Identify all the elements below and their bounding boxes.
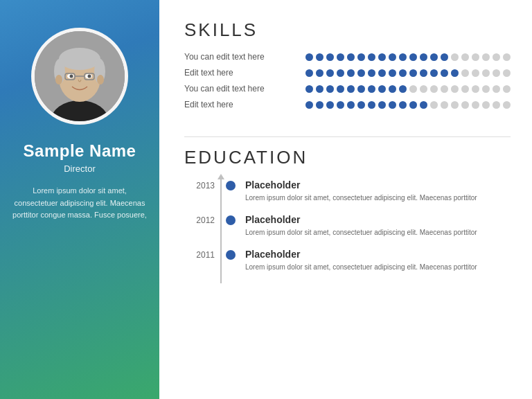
dot-filled bbox=[326, 85, 334, 93]
dot-empty bbox=[451, 53, 459, 61]
dot-filled bbox=[305, 85, 313, 93]
dot-empty bbox=[503, 53, 511, 61]
dot-empty bbox=[503, 85, 511, 93]
timeline-year-0: 2013 bbox=[184, 179, 215, 190]
right-panel: SKILLS You can edit text hereEdit text h… bbox=[159, 0, 532, 399]
dot-filled bbox=[326, 69, 334, 77]
dot-empty bbox=[503, 69, 511, 77]
dot-empty bbox=[472, 53, 479, 61]
dot-filled bbox=[357, 85, 365, 93]
skills-list: You can edit text hereEdit text hereYou … bbox=[184, 52, 511, 116]
dot-filled bbox=[337, 101, 344, 109]
timeline-heading-2: Placeholder bbox=[245, 249, 511, 260]
dot-empty bbox=[472, 69, 479, 77]
dot-filled bbox=[305, 53, 313, 61]
dot-empty bbox=[482, 101, 490, 109]
dot-filled bbox=[337, 85, 344, 93]
education-section-title: EDUCATION bbox=[184, 147, 511, 168]
dot-filled bbox=[337, 69, 344, 77]
dot-empty bbox=[472, 85, 479, 93]
dot-filled bbox=[357, 101, 365, 109]
dot-filled bbox=[399, 101, 407, 109]
timeline-item-0: 2013PlaceholderLorem ipsum dolor sit ame… bbox=[184, 179, 511, 203]
dot-empty bbox=[482, 69, 490, 77]
dot-filled bbox=[326, 101, 334, 109]
dot-filled bbox=[347, 101, 355, 109]
skill-row-2: You can edit text here bbox=[184, 84, 511, 94]
skill-label-1: Edit text here bbox=[184, 68, 305, 78]
dot-filled bbox=[389, 85, 396, 93]
dot-filled bbox=[326, 53, 334, 61]
dot-filled bbox=[368, 53, 375, 61]
skill-row-0: You can edit text here bbox=[184, 52, 511, 62]
dot-filled bbox=[451, 69, 459, 77]
dot-filled bbox=[347, 53, 355, 61]
section-divider bbox=[184, 136, 511, 137]
dot-empty bbox=[493, 101, 500, 109]
dot-empty bbox=[493, 53, 500, 61]
skill-dots-2 bbox=[305, 85, 511, 93]
dot-filled bbox=[399, 69, 407, 77]
person-name: Sample Name bbox=[24, 141, 136, 161]
timeline-heading-1: Placeholder bbox=[245, 214, 511, 225]
dot-filled bbox=[430, 69, 438, 77]
timeline-text-1: Lorem ipsum dolor sit amet, consectetuer… bbox=[245, 227, 511, 238]
svg-point-11 bbox=[70, 75, 73, 78]
svg-point-8 bbox=[97, 75, 104, 85]
timeline-heading-0: Placeholder bbox=[245, 179, 511, 190]
dot-filled bbox=[389, 53, 396, 61]
dot-empty bbox=[493, 85, 500, 93]
dot-empty bbox=[430, 85, 438, 93]
dot-filled bbox=[409, 69, 417, 77]
dot-filled bbox=[337, 53, 344, 61]
dot-empty bbox=[503, 101, 511, 109]
dot-filled bbox=[441, 53, 448, 61]
dot-empty bbox=[420, 85, 427, 93]
dot-empty bbox=[461, 53, 469, 61]
dot-filled bbox=[378, 85, 386, 93]
dot-filled bbox=[316, 69, 323, 77]
dot-filled bbox=[389, 101, 396, 109]
dot-filled bbox=[420, 53, 427, 61]
timeline-content-0: PlaceholderLorem ipsum dolor sit amet, c… bbox=[245, 179, 511, 203]
dot-empty bbox=[461, 85, 469, 93]
skill-row-1: Edit text here bbox=[184, 68, 511, 78]
dot-filled bbox=[368, 85, 375, 93]
skill-dots-0 bbox=[305, 53, 511, 61]
dot-empty bbox=[441, 85, 448, 93]
dot-filled bbox=[347, 85, 355, 93]
dot-filled bbox=[399, 85, 407, 93]
skill-label-2: You can edit text here bbox=[184, 84, 305, 94]
dot-filled bbox=[347, 69, 355, 77]
dot-empty bbox=[409, 85, 417, 93]
dot-filled bbox=[305, 101, 313, 109]
dot-filled bbox=[368, 101, 375, 109]
dot-filled bbox=[399, 53, 407, 61]
dot-filled bbox=[305, 69, 313, 77]
dot-filled bbox=[357, 53, 365, 61]
dot-filled bbox=[389, 69, 396, 77]
dot-filled bbox=[368, 69, 375, 77]
dot-empty bbox=[461, 69, 469, 77]
timeline-item-2: 2011PlaceholderLorem ipsum dolor sit ame… bbox=[184, 249, 511, 272]
timeline-year-2: 2011 bbox=[184, 249, 215, 260]
skill-label-0: You can edit text here bbox=[184, 52, 305, 62]
svg-point-4 bbox=[59, 48, 100, 70]
dot-filled bbox=[409, 101, 417, 109]
dot-empty bbox=[441, 101, 448, 109]
avatar bbox=[31, 28, 128, 125]
dot-empty bbox=[451, 101, 459, 109]
timeline-year-1: 2012 bbox=[184, 214, 215, 225]
dot-filled bbox=[441, 69, 448, 77]
skill-label-3: Edit text here bbox=[184, 100, 305, 109]
dot-filled bbox=[316, 101, 323, 109]
dot-empty bbox=[430, 101, 438, 109]
dot-empty bbox=[482, 53, 490, 61]
timeline-dot-1 bbox=[226, 215, 236, 225]
timeline-dot-0 bbox=[226, 181, 236, 190]
dot-empty bbox=[451, 85, 459, 93]
timeline-item-1: 2012PlaceholderLorem ipsum dolor sit ame… bbox=[184, 214, 511, 238]
dot-filled bbox=[430, 53, 438, 61]
dot-empty bbox=[482, 85, 490, 93]
left-panel: Sample Name Director Lorem ipsum dolor s… bbox=[0, 0, 159, 399]
